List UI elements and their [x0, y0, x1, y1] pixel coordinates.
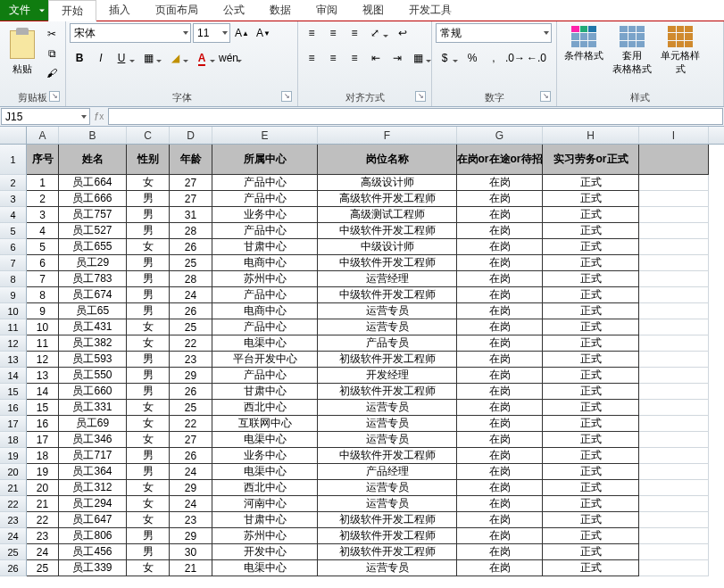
cell[interactable]: 男: [127, 271, 170, 287]
cell[interactable]: 25: [170, 319, 212, 335]
cell[interactable]: 员工550: [59, 368, 127, 384]
cell[interactable]: 员工806: [59, 528, 127, 544]
cell[interactable]: 在岗: [457, 207, 543, 223]
cell[interactable]: 中级软件开发工程师: [318, 223, 457, 239]
row-header[interactable]: 21: [0, 480, 27, 496]
cell[interactable]: 运营专员: [318, 400, 457, 416]
cell[interactable]: 员工331: [59, 400, 127, 416]
cell[interactable]: 员工664: [59, 175, 127, 191]
cell[interactable]: 产品专员: [318, 335, 457, 352]
orientation-button[interactable]: ⤢: [366, 23, 391, 43]
cell[interactable]: 正式: [543, 368, 639, 384]
cell[interactable]: 在岗: [457, 384, 543, 400]
font-name-combo[interactable]: 宋体: [70, 23, 191, 43]
cell[interactable]: 20: [27, 480, 59, 496]
cell[interactable]: 18: [27, 448, 59, 464]
cell[interactable]: 女: [127, 512, 170, 528]
cell[interactable]: 正式: [543, 223, 639, 239]
cell[interactable]: 员工294: [59, 496, 127, 512]
cell[interactable]: 开发中心: [212, 544, 318, 560]
cell[interactable]: 男: [127, 448, 170, 464]
cell[interactable]: 男: [127, 287, 170, 303]
cell[interactable]: 正式: [543, 464, 639, 480]
cell[interactable]: 22: [27, 512, 59, 528]
cell[interactable]: 电商中心: [212, 303, 318, 319]
cell[interactable]: 运营专员: [318, 496, 457, 512]
cell[interactable]: 甘肃中心: [212, 384, 318, 400]
col-header-D[interactable]: D: [170, 127, 212, 144]
cell-styles-button[interactable]: 单元格样式: [657, 23, 703, 82]
row-header[interactable]: 7: [0, 255, 27, 271]
cell[interactable]: 河南中心: [212, 496, 318, 512]
tab-2[interactable]: 页面布局: [143, 0, 211, 21]
cell[interactable]: 高级设计师: [318, 175, 457, 191]
conditional-format-button[interactable]: 条件格式: [561, 23, 607, 82]
row-header[interactable]: 9: [0, 287, 27, 303]
number-launcher[interactable]: ↘: [540, 91, 551, 102]
cell[interactable]: 在岗: [457, 223, 543, 239]
cell[interactable]: 员工69: [59, 416, 127, 432]
cell[interactable]: 12: [27, 352, 59, 368]
cell[interactable]: 甘肃中心: [212, 239, 318, 255]
cell[interactable]: [639, 384, 709, 400]
cell[interactable]: 男: [127, 303, 170, 319]
col-header-C[interactable]: C: [127, 127, 170, 144]
cell[interactable]: 30: [170, 544, 212, 560]
row-header[interactable]: 13: [0, 352, 27, 368]
cell[interactable]: 员工346: [59, 432, 127, 448]
cell[interactable]: 正式: [543, 448, 639, 464]
cell[interactable]: [639, 416, 709, 432]
cell[interactable]: 22: [170, 416, 212, 432]
cell[interactable]: 正式: [543, 255, 639, 271]
cell[interactable]: [639, 528, 709, 544]
cell[interactable]: 28: [170, 271, 212, 287]
cell[interactable]: 24: [170, 287, 212, 303]
cell[interactable]: 9: [27, 303, 59, 319]
cell[interactable]: 5: [27, 239, 59, 255]
cell[interactable]: 2: [27, 191, 59, 207]
cell[interactable]: 在岗: [457, 432, 543, 448]
tab-3[interactable]: 公式: [211, 0, 257, 21]
fill-color-button[interactable]: ◢: [166, 48, 191, 68]
font-color-button[interactable]: A: [193, 48, 218, 68]
cell[interactable]: 中级软件开发工程师: [318, 287, 457, 303]
cell[interactable]: 运营专员: [318, 319, 457, 335]
cell[interactable]: 苏州中心: [212, 528, 318, 544]
row-header[interactable]: 23: [0, 512, 27, 528]
cell[interactable]: 26: [170, 303, 212, 319]
cell[interactable]: 苏州中心: [212, 271, 318, 287]
cell[interactable]: 产品中心: [212, 287, 318, 303]
cell[interactable]: 女: [127, 416, 170, 432]
cell[interactable]: 在岗: [457, 448, 543, 464]
cell[interactable]: [639, 271, 709, 287]
row-header[interactable]: 24: [0, 528, 27, 544]
cell[interactable]: 所属中心: [212, 145, 318, 175]
cell[interactable]: 女: [127, 239, 170, 255]
cell[interactable]: 26: [170, 448, 212, 464]
tab-4[interactable]: 数据: [257, 0, 304, 21]
cell[interactable]: 互联网中心: [212, 416, 318, 432]
cell[interactable]: 11: [27, 335, 59, 352]
cell[interactable]: 在岗: [457, 400, 543, 416]
cell[interactable]: 平台开发中心: [212, 352, 318, 368]
cell[interactable]: 27: [170, 175, 212, 191]
cell[interactable]: 西北中心: [212, 480, 318, 496]
cell[interactable]: 员工29: [59, 255, 127, 271]
col-header-G[interactable]: G: [457, 127, 543, 144]
cell[interactable]: 高级软件开发工程师: [318, 191, 457, 207]
cell[interactable]: 员工431: [59, 319, 127, 335]
cell[interactable]: 男: [127, 464, 170, 480]
cell[interactable]: 中级软件开发工程师: [318, 448, 457, 464]
cell[interactable]: 1: [27, 175, 59, 191]
cell[interactable]: 员工456: [59, 544, 127, 560]
cell[interactable]: 在岗: [457, 319, 543, 335]
cell[interactable]: 实习劳务or正式: [543, 145, 639, 175]
cell[interactable]: 正式: [543, 175, 639, 191]
cell[interactable]: 正式: [543, 496, 639, 512]
row-header[interactable]: 5: [0, 223, 27, 239]
cell[interactable]: 在岗: [457, 271, 543, 287]
cell[interactable]: 女: [127, 432, 170, 448]
cell[interactable]: 在岗: [457, 239, 543, 255]
cell[interactable]: [639, 303, 709, 319]
align-left-button[interactable]: ≡: [302, 48, 321, 68]
